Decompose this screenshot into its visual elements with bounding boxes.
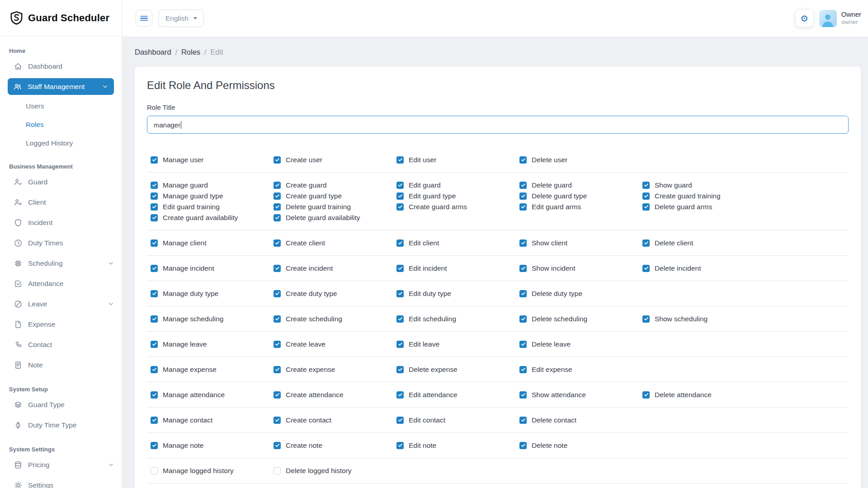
permission-edit-note[interactable]: Edit note [396,441,519,450]
sidebar-item-client[interactable]: Client [0,192,122,212]
permission-edit-incident[interactable]: Edit incident [396,263,519,273]
permission-create-guard-training[interactable]: Create guard training [642,191,765,201]
permission-show-client[interactable]: Show client [519,238,642,248]
permission-edit-client[interactable]: Edit client [396,238,519,248]
permission-edit-duty-type[interactable]: Edit duty type [396,289,519,298]
permission-edit-guard-arms[interactable]: Edit guard arms [519,202,642,211]
permission-manage-client[interactable]: Manage client [151,238,274,248]
checkbox-checked-icon[interactable] [642,182,650,189]
checkbox-checked-icon[interactable] [396,203,404,211]
permission-delete-duty-type[interactable]: Delete duty type [519,289,642,298]
sidebar-item-contact[interactable]: Contact [0,334,122,355]
sidebar-item-guard[interactable]: Guard [0,172,122,192]
permission-manage-guard[interactable]: Manage guard [151,180,274,190]
permission-create-leave[interactable]: Create leave [274,339,396,349]
permission-delete-guard[interactable]: Delete guard [519,180,642,190]
permission-delete-client[interactable]: Delete client [642,238,765,248]
sidebar-subitem-users[interactable]: Users [0,97,122,115]
checkbox-checked-icon[interactable] [519,366,527,373]
permission-edit-attendance[interactable]: Edit attendance [396,390,519,399]
permission-delete-attendance[interactable]: Delete attendance [642,390,765,399]
checkbox-checked-icon[interactable] [396,341,404,348]
checkbox-checked-icon[interactable] [274,214,281,221]
checkbox-checked-icon[interactable] [642,192,650,200]
checkbox-checked-icon[interactable] [519,265,527,272]
checkbox-checked-icon[interactable] [519,442,527,449]
breadcrumb-dashboard[interactable]: Dashboard [135,48,171,56]
checkbox-checked-icon[interactable] [274,341,281,348]
checkbox-checked-icon[interactable] [151,442,158,449]
sidebar-item-duty-time-type[interactable]: Duty Time Type [0,415,122,435]
permission-manage-contact[interactable]: Manage contact [151,415,274,425]
checkbox-checked-icon[interactable] [642,391,650,399]
checkbox-checked-icon[interactable] [151,341,158,348]
checkbox-checked-icon[interactable] [396,315,404,323]
checkbox-checked-icon[interactable] [642,265,650,272]
permission-manage-duty-type[interactable]: Manage duty type [151,289,274,298]
sidebar-toggle-button[interactable] [136,10,152,27]
sidebar-subitem-logged-history[interactable]: Logged History [0,134,122,152]
checkbox-checked-icon[interactable] [151,290,158,297]
checkbox-checked-icon[interactable] [519,156,527,164]
breadcrumb-roles[interactable]: Roles [181,48,200,56]
checkbox-checked-icon[interactable] [642,315,650,323]
permission-manage-user[interactable]: Manage user [151,155,274,164]
permission-edit-scheduling[interactable]: Edit scheduling [396,314,519,324]
checkbox-checked-icon[interactable] [519,315,527,323]
checkbox-checked-icon[interactable] [519,341,527,348]
sidebar-item-guard-type[interactable]: Guard Type [0,394,122,415]
permission-delete-guard-arms[interactable]: Delete guard arms [642,202,765,211]
sidebar-subitem-roles[interactable]: Roles [0,115,122,134]
checkbox-checked-icon[interactable] [396,192,404,200]
permission-delete-guard-type[interactable]: Delete guard type [519,191,642,201]
permission-show-incident[interactable]: Show incident [519,263,642,273]
checkbox-checked-icon[interactable] [151,265,158,272]
permission-manage-leave[interactable]: Manage leave [151,339,274,349]
checkbox-checked-icon[interactable] [274,265,281,272]
sidebar-item-duty-times[interactable]: Duty Times [0,233,122,253]
checkbox-checked-icon[interactable] [151,156,158,164]
checkbox-checked-icon[interactable] [396,182,404,189]
checkbox-checked-icon[interactable] [151,417,158,424]
sidebar-item-attendance[interactable]: Attendance [0,273,122,294]
checkbox-unchecked-icon[interactable] [274,467,281,474]
permission-manage-logged-history[interactable]: Manage logged history [151,466,274,475]
permission-delete-note[interactable]: Delete note [519,441,642,450]
checkbox-checked-icon[interactable] [274,192,281,200]
permission-delete-logged-history[interactable]: Delete logged history [274,466,396,475]
permission-manage-scheduling[interactable]: Manage scheduling [151,314,274,324]
permission-create-contact[interactable]: Create contact [274,415,396,425]
sidebar-item-staff-management[interactable]: Staff Management [8,78,114,95]
permission-delete-guard-availability[interactable]: Delete guard availability [274,213,396,222]
permission-create-guard-arms[interactable]: Create guard arms [396,202,519,211]
checkbox-checked-icon[interactable] [396,156,404,164]
checkbox-checked-icon[interactable] [274,203,281,211]
checkbox-checked-icon[interactable] [642,203,650,211]
sidebar-item-leave[interactable]: Leave [0,294,122,314]
permission-create-note[interactable]: Create note [274,441,396,450]
permission-manage-incident[interactable]: Manage incident [151,263,274,273]
sidebar-item-note[interactable]: Note [0,355,122,375]
checkbox-checked-icon[interactable] [151,203,158,211]
checkbox-checked-icon[interactable] [519,391,527,399]
permission-delete-contact[interactable]: Delete contact [519,415,642,425]
permission-manage-expense[interactable]: Manage expense [151,365,274,374]
checkbox-checked-icon[interactable] [519,192,527,200]
checkbox-checked-icon[interactable] [396,417,404,424]
permission-show-guard[interactable]: Show guard [642,180,765,190]
permission-manage-guard-type[interactable]: Manage guard type [151,191,274,201]
sidebar-item-expense[interactable]: Expense [0,314,122,334]
settings-button[interactable]: ⚙ [795,9,814,27]
sidebar-item-dashboard[interactable]: Dashboard [0,56,122,76]
permission-delete-leave[interactable]: Delete leave [519,339,642,349]
checkbox-checked-icon[interactable] [396,391,404,399]
permission-create-guard-type[interactable]: Create guard type [274,191,396,201]
language-selector[interactable]: English [159,9,204,27]
permission-delete-guard-training[interactable]: Delete guard training [274,202,396,211]
app-logo[interactable]: Guard Scheduler [0,0,122,37]
sidebar-item-scheduling[interactable]: Scheduling [0,253,122,273]
checkbox-checked-icon[interactable] [396,239,404,247]
checkbox-checked-icon[interactable] [274,239,281,247]
checkbox-checked-icon[interactable] [151,366,158,373]
permission-manage-attendance[interactable]: Manage attendance [151,390,274,399]
